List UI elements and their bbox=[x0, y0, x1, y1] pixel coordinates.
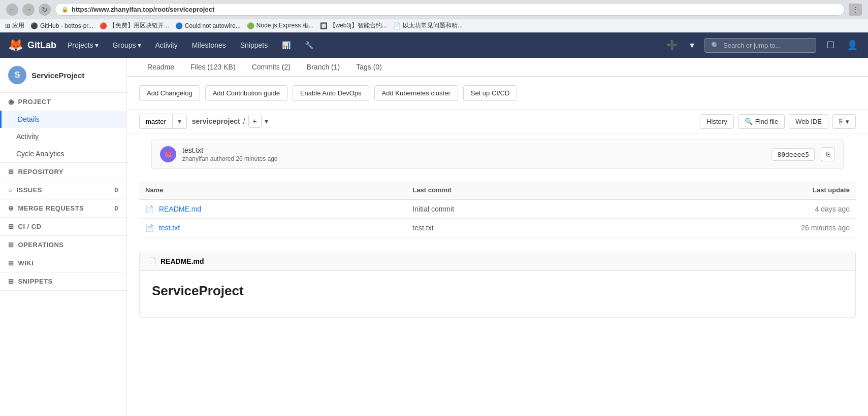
commit-bar-wrapper: 🐙 test.txt zhanyifan authored 26 minutes… bbox=[127, 133, 868, 175]
sidebar-header-project[interactable]: ◉ Project bbox=[0, 93, 126, 111]
commit-cell-readme: Initial commit bbox=[406, 199, 617, 219]
search-box[interactable]: 🔍 Search or jump to... bbox=[704, 38, 816, 53]
action-buttons-row: Add Changelog Add Contribution guide Ena… bbox=[127, 77, 868, 109]
sidebar-section-repository: ⊞ Repository bbox=[0, 163, 126, 181]
tab-branch[interactable]: Branch (1) bbox=[299, 58, 348, 77]
file-link-test[interactable]: test.txt bbox=[159, 224, 180, 232]
table-row: 📄 README.md Initial commit 4 days ago bbox=[139, 199, 856, 219]
add-icon[interactable]: ➕ bbox=[664, 38, 680, 53]
bookmark-web3j[interactable]: 🔲 【web3j】智能合约... bbox=[320, 21, 387, 30]
back-button[interactable]: ← bbox=[6, 4, 18, 16]
setup-cicd-button[interactable]: Set up CI/CD bbox=[463, 85, 518, 101]
add-contribution-guide-button[interactable]: Add Contribution guide bbox=[205, 85, 287, 101]
bookmark-nodejs[interactable]: 🟢 Node.js Express 框... bbox=[247, 21, 314, 30]
table-row: 📄 test.txt test.txt 26 minutes ago bbox=[139, 219, 856, 237]
main-layout: S ServiceProject ◉ Project Details Activ… bbox=[0, 58, 868, 416]
nav-milestones[interactable]: Milestones bbox=[189, 39, 229, 51]
web3j-icon: 🔲 bbox=[320, 22, 328, 29]
clone-button[interactable]: ⎘ ▾ bbox=[832, 114, 856, 129]
wiki-icon: ⊞ bbox=[8, 259, 14, 267]
project-section-icon: ◉ bbox=[8, 98, 14, 106]
sidebar-header-wiki[interactable]: ⊞ Wiki bbox=[0, 254, 126, 272]
bookmark-blockchain[interactable]: 🔴 【免费】用区块链开... bbox=[100, 21, 169, 30]
apps-icon: ⊞ bbox=[5, 22, 10, 29]
branch-selector[interactable]: master ▾ bbox=[139, 114, 187, 129]
sidebar-header-cicd[interactable]: ⊞ CI / CD bbox=[0, 218, 126, 235]
commit-author-avatar: 🐙 bbox=[160, 146, 176, 162]
col-header-last-update: Last update bbox=[617, 181, 856, 199]
sidebar-header-merge-requests[interactable]: ⊕ Merge Requests 0 bbox=[0, 199, 126, 217]
path-breadcrumb: serviceproject / + ▾ bbox=[192, 115, 268, 128]
url-text: https://www.zhanyifan.top/root/servicepr… bbox=[72, 6, 214, 13]
sidebar-item-cycle-analytics[interactable]: Cycle Analytics bbox=[0, 145, 126, 162]
nav-groups[interactable]: Groups ▾ bbox=[110, 39, 144, 51]
browser-bar: ← → ↻ 🔒 https://www.zhanyifan.top/root/s… bbox=[0, 0, 868, 19]
autowire-icon: 🔵 bbox=[175, 22, 183, 29]
copy-hash-button[interactable]: ⎘ bbox=[821, 147, 835, 161]
enable-auto-devops-button[interactable]: Enable Auto DevOps bbox=[293, 85, 369, 101]
nav-projects[interactable]: Projects ▾ bbox=[65, 39, 102, 51]
nodejs-icon: 🟢 bbox=[247, 22, 254, 29]
tab-readme[interactable]: Readme bbox=[139, 58, 182, 77]
nav-wrench-icon[interactable]: 🔧 bbox=[302, 39, 316, 51]
branch-toolbar: master ▾ serviceproject / + ▾ History 🔍 … bbox=[127, 109, 868, 133]
nav-activity[interactable]: Activity bbox=[152, 39, 181, 51]
sidebar-header-issues[interactable]: ○ Issues 0 bbox=[0, 181, 126, 199]
add-kubernetes-cluster-button[interactable]: Add Kubernetes cluster bbox=[374, 85, 458, 101]
refresh-button[interactable]: ↻ bbox=[39, 4, 51, 16]
tab-tags[interactable]: Tags (0) bbox=[348, 58, 390, 77]
sidebar-section-wiki: ⊞ Wiki bbox=[0, 254, 126, 272]
history-button[interactable]: History bbox=[700, 114, 733, 129]
repository-icon: ⊞ bbox=[8, 168, 14, 176]
gitlab-navbar: 🦊 GitLab Projects ▾ Groups ▾ Activity Mi… bbox=[0, 32, 868, 58]
nav-snippets[interactable]: Snippets bbox=[237, 39, 271, 51]
bookmark-autowire[interactable]: 🔵 Could not autowire... bbox=[175, 22, 241, 29]
search-icon: 🔍 bbox=[711, 42, 719, 49]
update-cell-readme: 4 days ago bbox=[617, 199, 856, 219]
repo-tabs: Readme Files (123 KB) Commits (2) Branch… bbox=[127, 58, 868, 77]
sidebar-project-header: S ServiceProject bbox=[0, 58, 126, 93]
update-cell-test: 26 minutes ago bbox=[617, 219, 856, 237]
bookmark-apps[interactable]: ⊞ 应用 bbox=[5, 21, 24, 30]
path-plus-button[interactable]: + bbox=[248, 115, 262, 128]
copy-icon: ⎘ bbox=[826, 151, 830, 158]
web-ide-button[interactable]: Web IDE bbox=[789, 114, 828, 129]
bookmarks-bar: ⊞ 应用 ⚫ GitHub - bottos-pr... 🔴 【免费】用区块链开… bbox=[0, 19, 868, 32]
nav-chart-icon[interactable]: 📊 bbox=[279, 39, 294, 51]
gitlab-logo[interactable]: 🦊 GitLab bbox=[8, 38, 56, 52]
sidebar-header-repository[interactable]: ⊞ Repository bbox=[0, 163, 126, 181]
readme-file-icon: 📄 bbox=[148, 257, 156, 265]
file-icon-test: 📄 bbox=[145, 224, 154, 232]
bookmark-github[interactable]: ⚫ GitHub - bottos-pr... bbox=[30, 22, 93, 29]
tab-commits[interactable]: Commits (2) bbox=[244, 58, 299, 77]
file-link-readme[interactable]: README.md bbox=[159, 205, 201, 213]
sidebar-item-details[interactable]: Details bbox=[0, 111, 126, 128]
user-icon[interactable]: 👤 bbox=[845, 38, 860, 53]
address-bar[interactable]: 🔒 https://www.zhanyifan.top/root/service… bbox=[55, 3, 845, 16]
chevron-down-sm-icon[interactable]: ▾ bbox=[688, 38, 696, 53]
forward-button[interactable]: → bbox=[22, 4, 35, 16]
sidebar-item-activity[interactable]: Activity bbox=[0, 128, 126, 145]
chevron-clone-icon: ▾ bbox=[846, 118, 849, 125]
col-header-name: Name bbox=[139, 181, 406, 199]
file-cell-readme: 📄 README.md bbox=[139, 199, 406, 219]
ethereum-icon: 📄 bbox=[393, 22, 401, 29]
toolbar-right-buttons: History 🔍 Find file Web IDE ⎘ ▾ bbox=[700, 114, 856, 129]
commit-meta: zhanyifan authored 26 minutes ago bbox=[182, 155, 765, 162]
file-table: Name Last commit Last update 📄 bbox=[139, 181, 856, 237]
branch-chevron-icon: ▾ bbox=[172, 114, 186, 128]
gitlab-fox-icon: 🦊 bbox=[8, 38, 23, 52]
path-chevron-icon: ▾ bbox=[265, 117, 268, 125]
extensions-button[interactable]: ⋮ bbox=[849, 4, 862, 16]
todo-icon[interactable]: ☐ bbox=[824, 38, 837, 53]
bookmark-ethereum[interactable]: 📄 以太坊常见问题和精... bbox=[393, 21, 463, 30]
sidebar-header-operations[interactable]: ⊞ Operations bbox=[0, 236, 126, 254]
search-sm-icon: 🔍 bbox=[745, 118, 753, 125]
sidebar-section-operations: ⊞ Operations bbox=[0, 236, 126, 254]
tab-files[interactable]: Files (123 KB) bbox=[182, 58, 244, 77]
sidebar-header-snippets[interactable]: ⊞ Snippets bbox=[0, 272, 126, 290]
add-changelog-button[interactable]: Add Changelog bbox=[139, 85, 200, 101]
chevron-down-icon: ▾ bbox=[95, 41, 99, 49]
find-file-button[interactable]: 🔍 Find file bbox=[738, 114, 785, 129]
commit-hash: 80deeee5 bbox=[771, 148, 815, 161]
